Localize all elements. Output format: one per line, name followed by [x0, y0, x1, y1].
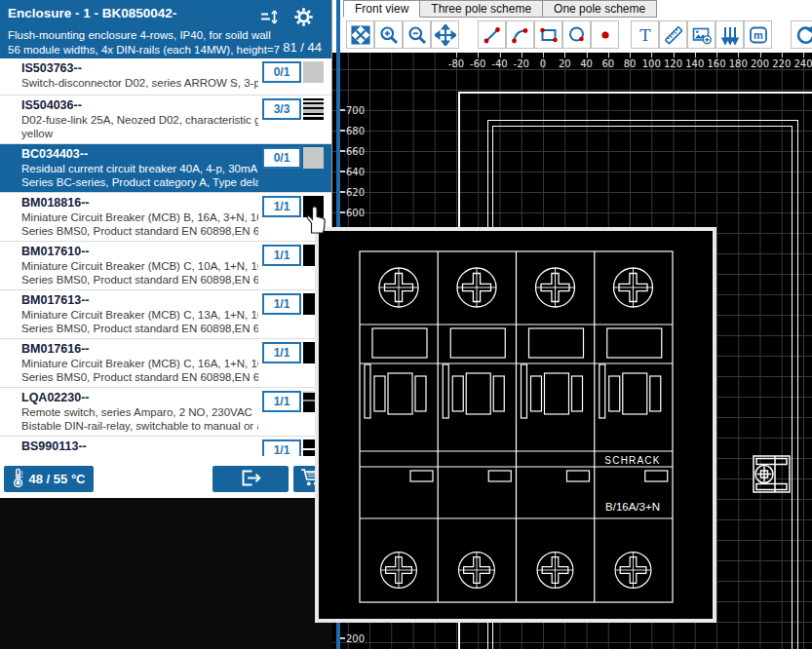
product-thumbnail[interactable]: [303, 147, 324, 169]
rating-label: B/16A/3+N: [605, 501, 660, 513]
article-description-2: Series BMS0, Product standard EN 60898,E…: [21, 273, 258, 286]
component-list: IS503763-- Switch-disconnector D02, seri…: [0, 58, 331, 456]
placed-count-badge: 1/1: [262, 245, 301, 266]
pan-button[interactable]: [431, 20, 459, 49]
draw-point-button[interactable]: [591, 20, 619, 49]
draw-rectangle-button[interactable]: [534, 20, 562, 49]
export-button[interactable]: [213, 466, 289, 492]
placed-component-drawing[interactable]: [749, 452, 793, 501]
article-description-1: Remote switch, series Amparo, 2 NO, 230V…: [21, 405, 258, 419]
placed-count-badge: 1/1: [262, 196, 301, 217]
sort-icon[interactable]: [259, 9, 279, 25]
tab-three-pole-scheme[interactable]: Three pole scheme: [420, 0, 543, 18]
drawing-toolbar: T m: [332, 18, 812, 53]
article-description-2: Series BMS0, Product standard EN 60898,E…: [21, 370, 258, 384]
draw-arc-button[interactable]: [506, 20, 534, 49]
application-window: Enclosure - 1 - BK0850042- Flush-mountin…: [0, 0, 812, 649]
article-description-1: Miniature Circuit Breaker (MCB) C, 16A, …: [21, 357, 258, 370]
temperature-button[interactable]: 48 / 55 °C: [4, 466, 94, 492]
text-tool-button[interactable]: T: [631, 20, 659, 49]
gear-icon[interactable]: [293, 7, 314, 27]
list-item[interactable]: BS990113-- C-Busbar 3-pole, break-out, 1…: [0, 437, 331, 456]
tab-front-view[interactable]: Front view: [343, 0, 420, 18]
undo-button[interactable]: [791, 20, 812, 49]
thermometer-icon: [13, 468, 23, 491]
article-code: BC034403--: [21, 147, 258, 162]
enclosure-header: Enclosure - 1 - BK0850042- Flush-mountin…: [0, 0, 331, 58]
product-thumbnail[interactable]: [303, 61, 324, 83]
zoom-fit-button[interactable]: [346, 20, 374, 49]
draw-circle-button[interactable]: [562, 20, 591, 49]
sidebar-footer: 48 / 55 °C: [0, 456, 331, 498]
article-description-2: Bistable DIN-rail-relay, switchable to m…: [21, 419, 258, 433]
article-code: BS990113--: [21, 439, 258, 454]
enclosure-description-line1: Flush-mounting enclosure 4-rows, IP40, f…: [8, 29, 271, 41]
article-code: BM017613--: [21, 293, 258, 308]
temperature-value: 48 / 55 °C: [29, 472, 86, 486]
article-description-1: Miniature Circuit Breaker (MCB) B, 16A, …: [21, 210, 258, 224]
component-zoom-popup: SCHRACK B/16A/3+N: [315, 227, 716, 623]
list-item[interactable]: BM018816-- Miniature Circuit Breaker (MC…: [0, 193, 331, 242]
article-code: BM017610--: [21, 245, 258, 259]
placed-count-badge: 0/1: [262, 61, 301, 83]
list-item[interactable]: BM017616-- Miniature Circuit Breaker (MC…: [0, 339, 331, 388]
article-description-2: Series BMS0, Product standard EN 60898,E…: [21, 322, 258, 335]
svg-text:m: m: [754, 29, 763, 41]
export-icon: [239, 469, 263, 490]
enclosure-description-line2: 56 module widths, 4x DIN-rails (each 14M…: [8, 44, 280, 56]
placed-count-badge: 3/3: [262, 98, 301, 120]
article-code: IS503763--: [21, 61, 258, 76]
article-description-1: Switch-disconnector D02, series ARROW S,…: [21, 76, 258, 90]
hand-cursor: [304, 205, 327, 238]
module-count: 81 / 44: [283, 40, 322, 55]
placed-count-badge: 1/1: [262, 342, 301, 363]
list-item[interactable]: BM017610-- Miniature Circuit Breaker (MC…: [0, 242, 331, 290]
article-code: IS504036--: [21, 98, 258, 113]
enclosure-title: Enclosure - 1 - BK0850042-: [8, 6, 176, 20]
article-description-1: D02-fuse-link 25A, Neozed D02, character…: [21, 113, 258, 127]
placed-count-badge: 1/1: [262, 391, 301, 412]
article-code: BM018816--: [21, 196, 258, 210]
placed-count-badge: 1/1: [262, 439, 301, 456]
measure-ruler-button[interactable]: [659, 20, 687, 49]
placed-count-badge: 0/1: [262, 147, 301, 169]
article-description-1: Miniature Circuit Breaker (MCB) C, 10A, …: [21, 259, 258, 273]
view-tabbar: Front view Three pole scheme One pole sc…: [332, 0, 812, 18]
product-thumbnail[interactable]: [303, 98, 324, 120]
list-item[interactable]: IS503763-- Switch-disconnector D02, seri…: [0, 58, 331, 95]
placed-count-badge: 1/1: [262, 293, 301, 315]
draw-line-button[interactable]: [478, 20, 506, 49]
article-code: LQA02230--: [21, 391, 258, 405]
zoom-in-button[interactable]: [374, 20, 403, 49]
list-item[interactable]: IS504036-- D02-fuse-link 25A, Neozed D02…: [0, 95, 331, 144]
article-description-2: yellow: [21, 127, 258, 140]
enclosure-sidebar: Enclosure - 1 - BK0850042- Flush-mountin…: [0, 0, 332, 498]
list-item[interactable]: BM017613-- Miniature Circuit Breaker (MC…: [0, 290, 331, 339]
zoom-out-button[interactable]: [403, 20, 431, 49]
article-description-1: Miniature Circuit Breaker (MCB) C, 13A, …: [21, 308, 258, 322]
mcb-front-view-drawing: SCHRACK B/16A/3+N: [319, 231, 713, 619]
brand-label: SCHRACK: [604, 455, 660, 466]
article-description-2: Series BC-series, Product category A, Ty…: [21, 175, 258, 189]
article-description-1: Residual current circuit breaker 40A, 4-…: [21, 162, 258, 175]
list-item[interactable]: BC034403-- Residual current circuit brea…: [0, 144, 331, 193]
list-item[interactable]: LQA02230-- Remote switch, series Amparo,…: [0, 388, 331, 437]
article-code: BM017616--: [21, 342, 258, 357]
article-description-2: Series BMS0, Product standard EN 60898,E…: [21, 224, 258, 238]
module-grid-button[interactable]: m: [744, 20, 772, 49]
svg-text:T: T: [639, 24, 651, 44]
insert-image-button[interactable]: [687, 20, 715, 49]
tab-one-pole-scheme[interactable]: One pole scheme: [543, 0, 657, 18]
align-arrows-button[interactable]: [715, 20, 744, 49]
